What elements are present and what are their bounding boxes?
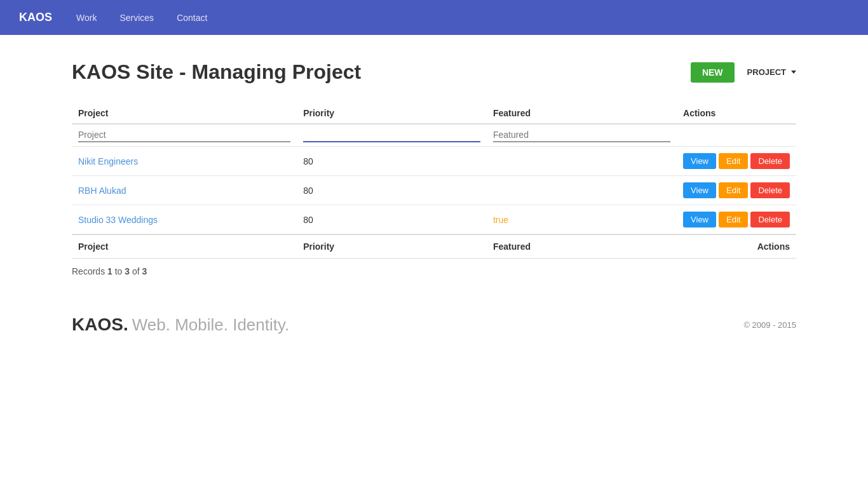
navbar: KAOS Work Services Contact — [0, 0, 868, 35]
records-to-text: to — [112, 266, 125, 276]
cell-project: Studio 33 Weddings — [72, 205, 297, 235]
footer-col-actions: Actions — [677, 234, 796, 259]
footer-brand-block: KAOS.Web. Mobile. Identity. — [72, 315, 289, 335]
page-footer: KAOS.Web. Mobile. Identity. © 2009 - 201… — [72, 315, 796, 354]
edit-button[interactable]: Edit — [719, 182, 748, 198]
view-button[interactable]: View — [683, 212, 716, 227]
footer-col-priority: Priority — [297, 234, 487, 259]
input-cell-priority: 80 — [297, 124, 487, 147]
table-input-row: 80 — [72, 124, 796, 147]
table-row: Nikit Engineers80ViewEditDelete — [72, 147, 796, 176]
main-content: KAOS Site - Managing Project NEW PROJECT… — [53, 35, 815, 373]
delete-button[interactable]: Delete — [750, 212, 790, 227]
delete-button[interactable]: Delete — [750, 182, 790, 198]
navbar-brand[interactable]: KAOS — [19, 11, 52, 24]
cell-priority: 80 — [297, 205, 487, 235]
edit-button[interactable]: Edit — [719, 153, 748, 169]
records-from: 1 — [107, 266, 112, 276]
project-link[interactable]: Nikit Engineers — [78, 156, 138, 166]
chevron-down-icon — [791, 71, 796, 74]
cell-featured: true — [487, 205, 677, 235]
priority-input[interactable]: 80 — [303, 128, 480, 142]
records-info: Records 1 to 3 of 3 — [72, 266, 796, 276]
nav-link-contact[interactable]: Contact — [172, 10, 212, 26]
page-header: KAOS Site - Managing Project NEW PROJECT — [72, 60, 796, 84]
view-button[interactable]: View — [683, 182, 716, 198]
cell-featured — [487, 176, 677, 205]
new-button[interactable]: NEW — [691, 62, 735, 83]
col-header-featured: Featured — [487, 103, 677, 124]
input-cell-actions — [677, 124, 796, 147]
delete-button[interactable]: Delete — [750, 153, 790, 169]
nav-link-services[interactable]: Services — [114, 10, 159, 26]
cell-project: Nikit Engineers — [72, 147, 297, 176]
cell-featured — [487, 147, 677, 176]
col-header-actions: Actions — [677, 103, 796, 124]
page-title: KAOS Site - Managing Project — [72, 60, 691, 84]
nav-link-work[interactable]: Work — [71, 10, 102, 26]
navbar-links: Work Services Contact — [71, 10, 212, 26]
footer-col-featured: Featured — [487, 234, 677, 259]
cell-actions: ViewEditDelete — [677, 176, 796, 205]
project-link[interactable]: RBH Alukad — [78, 186, 126, 196]
table-row: RBH Alukad80ViewEditDelete — [72, 176, 796, 205]
input-cell-project — [72, 124, 297, 147]
table-footer-header-row: Project Priority Featured Actions — [72, 234, 796, 259]
footer-brand-name: KAOS.Web. Mobile. Identity. — [72, 315, 289, 334]
project-input[interactable] — [78, 128, 290, 142]
records-total: 3 — [142, 266, 147, 276]
cell-actions: ViewEditDelete — [677, 147, 796, 176]
cell-actions: ViewEditDelete — [677, 205, 796, 235]
records-of-text: of — [130, 266, 142, 276]
table-row: Studio 33 Weddings80trueViewEditDelete — [72, 205, 796, 235]
cell-priority: 80 — [297, 176, 487, 205]
view-button[interactable]: View — [683, 153, 716, 169]
table-header-row: Project Priority Featured Actions — [72, 103, 796, 124]
records-prefix: Records — [72, 266, 107, 276]
data-table: Project Priority Featured Actions 80 — [72, 103, 796, 259]
records-to: 3 — [125, 266, 130, 276]
project-dropdown[interactable]: PROJECT — [747, 67, 796, 77]
col-header-project: Project — [72, 103, 297, 124]
cell-project: RBH Alukad — [72, 176, 297, 205]
cell-priority: 80 — [297, 147, 487, 176]
input-cell-featured — [487, 124, 677, 147]
project-link[interactable]: Studio 33 Weddings — [78, 215, 158, 225]
col-header-priority: Priority — [297, 103, 487, 124]
edit-button[interactable]: Edit — [719, 212, 748, 227]
featured-input[interactable] — [493, 128, 670, 142]
footer-col-project: Project — [72, 234, 297, 259]
footer-copyright: © 2009 - 2015 — [743, 320, 796, 330]
